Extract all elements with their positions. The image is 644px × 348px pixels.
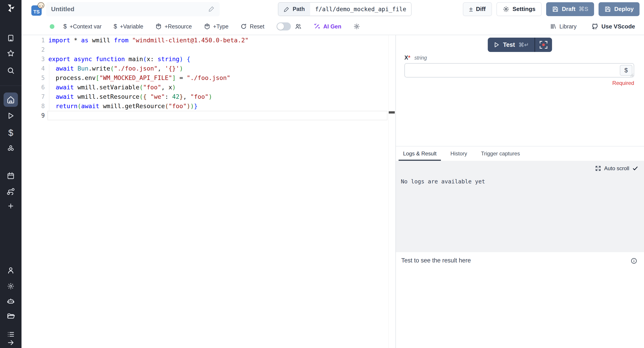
top-bar: TS Untitled Path f/all/demo_mocked_api_f… — [22, 0, 644, 18]
code-line[interactable]: process.env["WM_MOCKED_API_FILE"] = "./f… — [22, 73, 396, 83]
code-line[interactable]: import * as wmill from "windmill-client@… — [22, 36, 396, 45]
auto-scroll-toggle[interactable]: Auto scroll — [595, 165, 638, 172]
test-args-section: Test ⌘↵ X* string $ — [396, 35, 644, 146]
bun-icon — [38, 2, 44, 8]
diff-mode-toggle[interactable] — [276, 22, 291, 30]
deploy-button[interactable]: Deploy — [598, 2, 640, 16]
code-line[interactable] — [22, 45, 396, 54]
robot-icon[interactable] — [7, 297, 15, 305]
draft-button[interactable]: Draft ⌘S — [546, 2, 594, 16]
package-icon — [156, 23, 162, 30]
typescript-bun-badge: TS — [31, 3, 42, 15]
path-widget[interactable]: Path f/all/demo_mocked_api_file — [278, 2, 412, 16]
person-icon[interactable] — [7, 266, 14, 274]
code-line[interactable] — [22, 111, 396, 120]
cubes-icon[interactable] — [7, 145, 15, 153]
add-type-button[interactable]: +Type — [204, 23, 228, 30]
tab-trigger-captures[interactable]: Trigger captures — [479, 150, 522, 161]
settings-button[interactable]: Settings — [496, 2, 542, 16]
arg-input-field[interactable]: $ — [404, 63, 634, 78]
status-dot — [50, 24, 54, 29]
dollar-icon: $ — [63, 23, 67, 30]
script-title-input[interactable]: Untitled — [46, 2, 220, 16]
resource-label: +Resource — [164, 23, 192, 30]
auto-scroll-label: Auto scroll — [604, 165, 629, 172]
pencil-icon[interactable] — [208, 6, 215, 13]
ai-gen-button[interactable]: AI Gen — [314, 23, 342, 30]
overview-ruler-cursor-mark — [389, 111, 395, 114]
required-hint: Required — [404, 80, 634, 86]
library-button[interactable]: Library — [550, 23, 576, 30]
route-icon[interactable] — [7, 188, 15, 196]
arg-type: string — [414, 55, 427, 61]
use-vscode-button[interactable]: Use VScode — [592, 23, 635, 30]
add-context-var-button[interactable]: $ +Context var — [63, 23, 102, 30]
test-shortcut: ⌘↵ — [518, 42, 529, 48]
path-value: f/all/demo_mocked_api_file — [310, 3, 411, 16]
argument-label: X* string — [404, 54, 427, 61]
draft-label: Draft — [562, 6, 576, 12]
windmill-logo[interactable] — [6, 3, 16, 13]
dollar-icon[interactable]: $ — [8, 128, 13, 138]
building-icon[interactable] — [7, 34, 14, 42]
left-sidebar: $ — [0, 0, 22, 348]
test-label: Test — [503, 42, 515, 48]
code-line[interactable]: await Bun.write("./foo.json", '{}') — [22, 64, 396, 73]
editor-settings-button[interactable] — [353, 23, 360, 30]
arg-name: X — [404, 54, 408, 61]
result-tabs: Logs & Result History Trigger captures — [396, 146, 644, 161]
app-window: $ — [0, 0, 644, 348]
code-editor[interactable]: 123456789 import * as wmill from "windmi… — [22, 35, 396, 348]
info-icon[interactable] — [630, 258, 637, 265]
refresh-icon — [240, 23, 247, 30]
capture-test-button[interactable] — [535, 38, 552, 52]
search-icon[interactable] — [7, 67, 14, 74]
capture-icon — [540, 41, 548, 48]
reset-label: Reset — [250, 23, 264, 30]
gear-icon — [503, 6, 510, 12]
code-line[interactable]: export async function main(x: string) { — [22, 54, 396, 64]
run-panel: Test ⌘↵ X* string $ — [396, 35, 644, 348]
add-resource-button[interactable]: +Resource — [156, 23, 192, 30]
list-icon[interactable] — [7, 330, 14, 338]
result-pane: Test to see the result here — [396, 252, 644, 348]
editor-toolbar: $ +Context var $ +Variable +Resource +Ty… — [22, 18, 644, 35]
test-button[interactable]: Test ⌘↵ — [488, 38, 534, 52]
star-icon[interactable] — [7, 50, 14, 57]
overview-ruler — [388, 35, 389, 348]
plus-icon[interactable] — [7, 202, 14, 210]
logs-pane: Auto scroll No logs are available yet — [396, 161, 644, 252]
code-line[interactable]: await wmill.setVariable("foo", x) — [22, 83, 396, 92]
code-lines: import * as wmill from "windmill-client@… — [22, 36, 396, 120]
code-line[interactable]: return(await wmill.getResource("foo"))} — [22, 102, 396, 111]
diff-button[interactable]: ± Diff — [463, 2, 492, 16]
package-icon — [204, 23, 210, 30]
library-label: Library — [559, 23, 576, 30]
context-var-label: +Context var — [70, 23, 102, 30]
code-line[interactable]: await wmill.setResource({ "we": 42}, "fo… — [22, 92, 396, 102]
tab-logs-result[interactable]: Logs & Result — [401, 150, 439, 161]
library-icon — [550, 23, 556, 30]
resize-grip[interactable] — [630, 74, 633, 76]
github-icon — [592, 23, 598, 30]
diff-label: Diff — [476, 6, 486, 12]
play-icon[interactable] — [7, 112, 14, 119]
add-variable-button[interactable]: $ +Variable — [114, 23, 143, 30]
variable-label: +Variable — [120, 23, 143, 30]
type-label: +Type — [213, 23, 228, 30]
reset-button[interactable]: Reset — [240, 23, 264, 30]
home-nav-active[interactable] — [4, 92, 18, 107]
pencil-icon — [284, 6, 290, 12]
gear-icon[interactable] — [7, 282, 14, 290]
script-title: Untitled — [51, 6, 208, 13]
calendar-icon[interactable] — [7, 172, 14, 180]
gear-icon — [353, 23, 360, 30]
settings-label: Settings — [512, 6, 536, 12]
dollar-icon: $ — [114, 23, 117, 30]
tab-history[interactable]: History — [448, 150, 469, 161]
check-icon — [632, 166, 638, 171]
home-icon — [7, 96, 15, 104]
folder-icon[interactable] — [7, 312, 15, 320]
save-icon — [604, 6, 611, 12]
arrow-right-icon[interactable] — [7, 339, 14, 346]
